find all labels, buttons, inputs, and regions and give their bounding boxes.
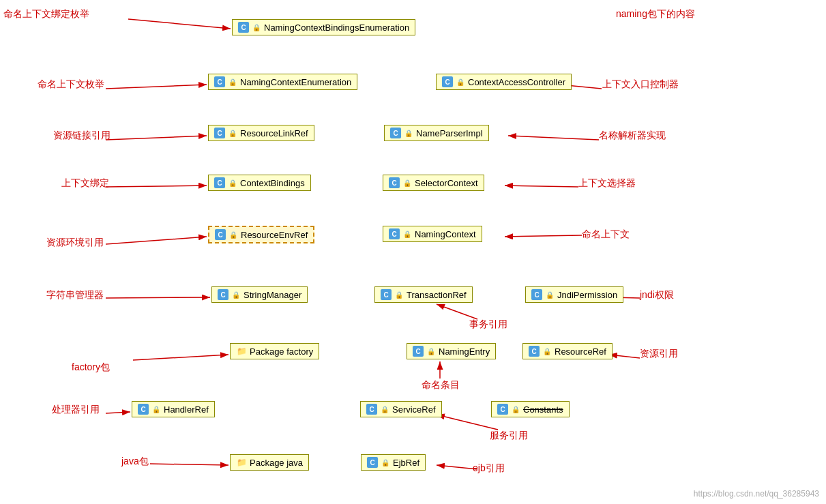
class-NamingContext[interactable]: C 🔒 NamingContext — [383, 226, 482, 242]
class-label: NameParserImpl — [416, 128, 483, 138]
label-ann16: 处理器引用 — [52, 404, 100, 416]
class-icon: C — [531, 289, 542, 300]
svg-line-4 — [106, 136, 207, 140]
class-NamingContextBindingsEnumeration[interactable]: C 🔒 NamingContextBindingsEnumeration — [232, 19, 415, 35]
label-ann1: 命名上下文绑定枚举 — [3, 8, 89, 20]
class-icon: C — [214, 76, 225, 87]
class-label: JndiPermission — [557, 290, 617, 300]
class-label: ContextBindings — [240, 178, 305, 188]
lock-icon: 🔒 — [231, 290, 241, 299]
label-naming: naming包下的内容 — [616, 8, 695, 20]
label-ann6: 上下文绑定 — [61, 177, 109, 190]
class-label: ResourceRef — [555, 346, 606, 357]
package-label: Package factory — [250, 346, 313, 357]
lock-icon: 🔒 — [228, 178, 237, 188]
lock-icon: 🔒 — [542, 346, 552, 356]
class-icon: C — [529, 346, 540, 357]
package-java[interactable]: 📁 Package java — [230, 454, 309, 471]
class-label: HandlerRef — [164, 404, 209, 415]
lock-icon: 🔒 — [426, 346, 436, 356]
svg-line-2 — [106, 85, 207, 89]
class-ResourceRef[interactable]: C 🔒 ResourceRef — [522, 343, 613, 359]
label-ann13: factory包 — [72, 361, 110, 374]
class-ResourceLinkRef[interactable]: C 🔒 ResourceLinkRef — [208, 125, 314, 141]
class-label: ResourceEnvRef — [241, 230, 308, 240]
class-ServiceRef[interactable]: C 🔒 ServiceRef — [360, 401, 442, 417]
class-icon: C — [389, 228, 400, 239]
class-label: NamingEntry — [439, 346, 490, 357]
svg-line-12 — [437, 304, 477, 319]
class-label: TransactionRef — [407, 290, 467, 300]
class-ContextAccessController[interactable]: C 🔒 ContextAccessController — [436, 74, 572, 90]
class-ResourceEnvRef[interactable]: C 🔒 ResourceEnvRef — [208, 226, 314, 243]
svg-line-5 — [508, 136, 599, 140]
lock-icon: 🔒 — [402, 229, 412, 239]
class-icon: C — [389, 177, 400, 188]
arrows-overlay — [0, 0, 826, 504]
class-icon: C — [381, 289, 392, 300]
lock-icon: 🔒 — [228, 128, 237, 138]
class-icon: C — [138, 404, 149, 415]
svg-line-17 — [437, 415, 498, 430]
label-ann8: 资源环境引用 — [46, 237, 104, 249]
class-label: SelectorContext — [415, 178, 478, 188]
label-ann3: 上下文入口控制器 — [602, 78, 679, 91]
label-ann18: java包 — [121, 456, 149, 468]
lock-icon: 🔒 — [404, 128, 413, 138]
lock-icon: 🔒 — [456, 77, 465, 87]
class-icon: C — [218, 289, 228, 300]
svg-line-13 — [133, 355, 228, 360]
svg-line-18 — [150, 464, 228, 465]
label-ann4: 资源链接引用 — [53, 130, 110, 142]
class-label: EjbRef — [393, 458, 419, 468]
label-ann10: 字符串管理器 — [46, 289, 104, 301]
class-HandlerRef[interactable]: C 🔒 HandlerRef — [132, 401, 215, 417]
label-ann14: 命名条目 — [422, 379, 460, 391]
lock-icon: 🔒 — [394, 290, 404, 299]
class-label: ContextAccessController — [468, 77, 565, 87]
class-EjbRef[interactable]: C 🔒 EjbRef — [361, 454, 426, 471]
package-icon: 📁 — [236, 457, 247, 468]
class-SelectorContext[interactable]: C 🔒 SelectorContext — [383, 175, 484, 191]
class-icon: C — [214, 177, 225, 188]
svg-line-8 — [106, 237, 207, 244]
class-JndiPermission[interactable]: C 🔒 JndiPermission — [525, 286, 623, 303]
package-label: Package java — [250, 458, 303, 468]
class-NamingContextEnumeration[interactable]: C 🔒 NamingContextEnumeration — [208, 74, 357, 90]
class-icon: C — [367, 457, 378, 468]
svg-line-15 — [609, 355, 640, 358]
class-NameParserImpl[interactable]: C 🔒 NameParserImpl — [384, 125, 489, 141]
class-TransactionRef[interactable]: C 🔒 TransactionRef — [374, 286, 473, 303]
svg-line-6 — [106, 186, 207, 187]
svg-line-19 — [437, 465, 477, 469]
class-icon: C — [413, 346, 424, 357]
package-icon: 📁 — [236, 346, 247, 357]
class-label: Constants — [523, 404, 563, 415]
class-icon: C — [215, 229, 226, 240]
class-icon: C — [214, 128, 225, 138]
lock-icon: 🔒 — [402, 178, 412, 188]
class-Constants[interactable]: C 🔒 Constants — [491, 401, 570, 417]
label-ann7: 上下文选择器 — [578, 177, 636, 190]
svg-line-7 — [505, 186, 578, 187]
svg-line-10 — [106, 297, 210, 298]
lock-icon: 🔒 — [380, 404, 389, 414]
lock-icon: 🔒 — [228, 77, 237, 87]
lock-icon: 🔒 — [545, 290, 555, 299]
class-icon: C — [366, 404, 377, 415]
watermark: https://blog.csdn.net/qq_36285943 — [694, 489, 819, 499]
label-ann5: 名称解析器实现 — [599, 130, 666, 142]
svg-line-9 — [505, 235, 582, 237]
class-label: ResourceLinkRef — [240, 128, 308, 138]
class-StringManager[interactable]: C 🔒 StringManager — [211, 286, 308, 303]
label-ann2: 命名上下文枚举 — [38, 78, 104, 91]
class-ContextBindings[interactable]: C 🔒 ContextBindings — [208, 175, 311, 191]
class-label: NamingContextBindingsEnumeration — [264, 23, 409, 33]
lock-icon: 🔒 — [511, 404, 520, 414]
class-label: StringManager — [244, 290, 301, 300]
class-icon: C — [442, 76, 453, 87]
class-NamingEntry[interactable]: C 🔒 NamingEntry — [407, 343, 496, 359]
label-ann15: 资源引用 — [640, 348, 678, 360]
class-icon: C — [390, 128, 401, 138]
package-factory[interactable]: 📁 Package factory — [230, 343, 319, 359]
